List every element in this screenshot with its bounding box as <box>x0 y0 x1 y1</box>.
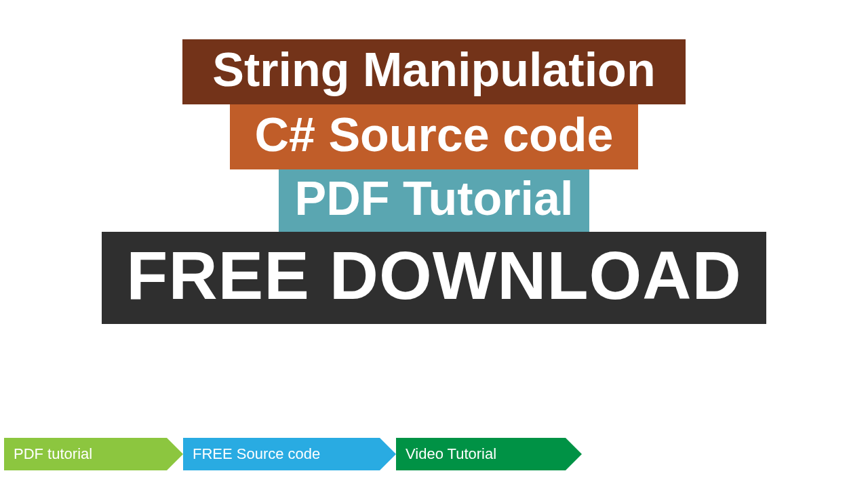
banner-title: String Manipulation <box>182 39 685 104</box>
arrow-label: FREE Source code <box>193 445 320 463</box>
title-banner-stack: String Manipulation C# Source code PDF T… <box>0 39 868 324</box>
arrow-label: Video Tutorial <box>406 445 496 463</box>
arrow-label: PDF tutorial <box>14 445 92 463</box>
arrow-pdf-tutorial[interactable]: PDF tutorial <box>4 438 167 470</box>
banner-source-code: C# Source code <box>230 104 637 169</box>
breadcrumb-arrows: PDF tutorial FREE Source code Video Tuto… <box>4 438 566 470</box>
banner-pdf-tutorial: PDF Tutorial <box>279 169 590 232</box>
arrow-free-source-code[interactable]: FREE Source code <box>183 438 380 470</box>
banner-free-download: FREE DOWNLOAD <box>102 232 766 324</box>
arrow-video-tutorial[interactable]: Video Tutorial <box>396 438 566 470</box>
